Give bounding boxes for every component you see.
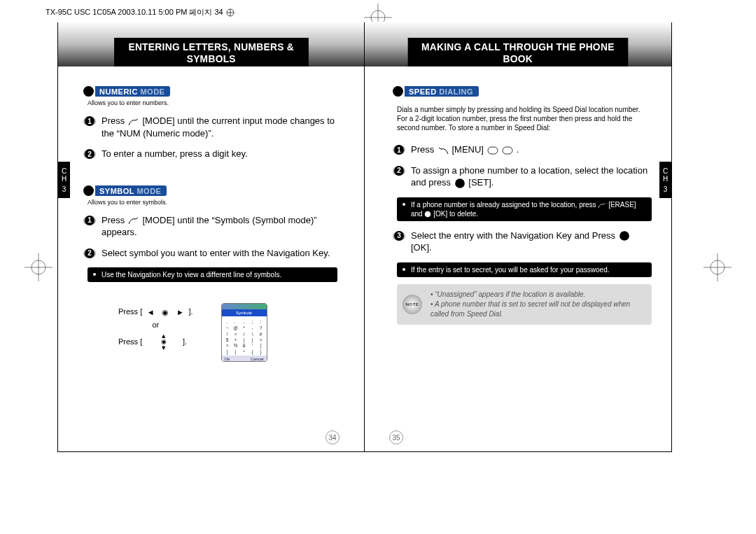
svg-rect-12 xyxy=(488,147,498,154)
symbol-subnote: Allows you to enter symbols. xyxy=(88,199,337,206)
numeric-step-2: 2 To enter a number, press a digit key. xyxy=(83,148,337,160)
crop-mark-left xyxy=(24,253,52,281)
page-left-title-bar: ENTERING LETTERS, NUMBERS & SYMBOLS xyxy=(58,22,364,66)
speed-step-3: 3 Select the entry with the Navigation K… xyxy=(393,230,652,254)
page-number-right: 35 xyxy=(389,430,403,444)
speed-step-2: 2 To assign a phone number to a location… xyxy=(393,164,652,189)
numeric-subnote: Allows you to enter numbers. xyxy=(88,99,337,106)
bullet-icon xyxy=(83,185,94,196)
numeric-step-1: 1 Press [MODE] until the current input m… xyxy=(83,115,337,139)
digit-key-icon xyxy=(502,146,513,155)
svg-point-14 xyxy=(455,178,465,188)
softkey-left-icon xyxy=(438,146,449,155)
print-header-oplus-icon xyxy=(226,8,241,17)
digit-key-icon xyxy=(487,146,498,155)
svg-point-16 xyxy=(620,231,629,241)
softkey-icon xyxy=(128,118,139,126)
symbol-note: Use the Navigation Key to view a differe… xyxy=(88,267,337,282)
symbol-mode-tag: SYMBOL MODE xyxy=(83,185,167,196)
svg-point-15 xyxy=(425,211,431,218)
symbol-step-1: 1 Press [MODE] until the “Symbols (Symbo… xyxy=(83,214,337,239)
nav-down-icon: ▼ xyxy=(160,346,167,350)
numeric-mode-tag: NUMERIC MODE xyxy=(83,86,170,97)
ok-key-icon xyxy=(454,179,465,188)
print-header-text: TX-95C USC 1C05A 2003.10.11 5:00 PM 페이지 … xyxy=(46,7,223,17)
symbol-step-2: 2 Select symbol you want to enter with t… xyxy=(83,247,337,260)
page-left: ENTERING LETTERS, NUMBERS & SYMBOLS C H … xyxy=(58,23,365,451)
page-right: MAKING A CALL THROUGH THE PHONE BOOK C H… xyxy=(365,23,671,451)
page-number-left: 34 xyxy=(326,430,340,444)
speed-step-1: 1 Press [MENU] . xyxy=(393,143,652,156)
nav-center-icon: ◉ xyxy=(160,308,171,316)
softkey-icon xyxy=(128,216,139,225)
speed-note-1: If a phone number is already assigned to… xyxy=(397,197,652,221)
page-left-title: ENTERING LETTERS, NUMBERS & SYMBOLS xyxy=(114,38,308,66)
crop-mark-right xyxy=(704,253,732,281)
speed-gray-note: • “Unassigned” appears if the location i… xyxy=(397,284,652,325)
svg-rect-13 xyxy=(503,147,512,154)
page-right-title: MAKING A CALL THROUGH THE PHONE BOOK xyxy=(408,38,628,66)
chapter-tab-right: C H 3 xyxy=(659,162,671,198)
bullet-icon xyxy=(393,86,403,97)
press-instructions: Press [ ◄ ◉ ► ]. or Press [ ▲ ◉ ▼ xyxy=(118,303,193,354)
phone-screenshot: Symbols .、,;:~@*-?!=/\#$+()<>%&'[]|^{} O… xyxy=(221,303,267,362)
chapter-tab-left: C H 3 xyxy=(58,162,70,198)
nav-right-icon: ► xyxy=(174,308,186,316)
speed-dialing-tag: SPEED DIALING xyxy=(393,86,479,97)
page-right-title-bar: MAKING A CALL THROUGH THE PHONE BOOK xyxy=(365,22,671,66)
speed-intro: Dials a number simply by pressing and ho… xyxy=(393,102,652,135)
ok-key-icon xyxy=(619,232,630,240)
nav-left-icon: ◄ xyxy=(145,308,156,316)
bullet-icon xyxy=(83,86,94,97)
print-header: TX-95C USC 1C05A 2003.10.11 5:00 PM 페이지 … xyxy=(46,7,241,17)
speed-note-2: If the entry is set to secret, you will … xyxy=(397,262,652,277)
